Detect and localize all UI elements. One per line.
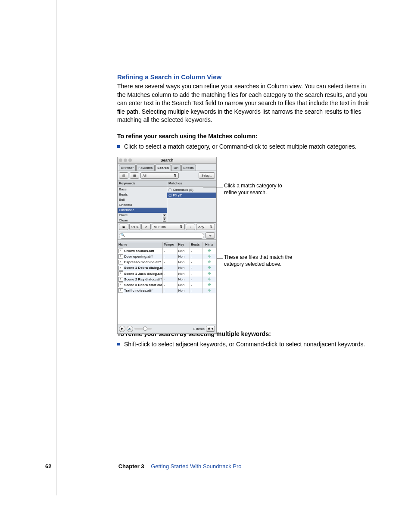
keyword-item[interactable]: Beats xyxy=(118,192,167,197)
filter-toggle-button[interactable]: ▣ xyxy=(119,224,128,230)
tab-browser[interactable]: Browser xyxy=(119,165,136,171)
view-column-button[interactable]: ▥ xyxy=(119,172,128,179)
results-header-cell[interactable]: Key xyxy=(177,242,190,248)
match-item[interactable]: ▢ Cinematic (8) xyxy=(167,187,216,193)
match-icon: ▢ xyxy=(168,193,173,197)
any-dropdown[interactable]: Any⇅ xyxy=(196,224,215,230)
tab-bin[interactable]: Bin xyxy=(171,165,181,171)
file-icon xyxy=(118,283,123,287)
play-button[interactable]: ▶ xyxy=(119,326,125,332)
page-number: 62 xyxy=(45,463,117,470)
cell-beats: - xyxy=(190,288,202,293)
results-row[interactable]: Crowd sounds.aiff-Non-❉ xyxy=(118,248,216,254)
loop-toggle-button[interactable]: ⟳ xyxy=(141,224,151,230)
content-area: Refining a Search in Column View There a… xyxy=(117,72,371,355)
cell-beats: - xyxy=(190,277,202,282)
results-header-cell[interactable]: Hints xyxy=(202,242,216,248)
cell-hints: ❉ xyxy=(202,277,216,282)
category-dropdown[interactable]: All ⇅ xyxy=(140,172,179,179)
file-name: Scene 1 Jack dialog.aiff xyxy=(124,271,163,276)
file-name: Scene 1 Debra dialog.aiff xyxy=(124,265,163,270)
cell-hints: ❉ xyxy=(202,259,216,265)
volume-slider[interactable] xyxy=(134,328,152,330)
action-menu-button[interactable]: ✽ ▾ xyxy=(206,326,215,332)
cell-key: Non xyxy=(177,288,190,293)
view-button-button[interactable]: ▦ xyxy=(130,172,139,179)
cell-tempo: - xyxy=(163,282,177,288)
cell-beats: - xyxy=(190,254,202,259)
matches-list[interactable]: ▢ Cinematic (8)▢ FX (8) xyxy=(167,187,216,223)
file-name: Espresso machine.aiff xyxy=(124,260,161,264)
cell-key: Non xyxy=(177,282,190,288)
chapter-title: Getting Started With Soundtrack Pro xyxy=(151,463,241,470)
keyword-item[interactable]: Clave xyxy=(118,213,167,218)
section-heading: Refining a Search in Column View xyxy=(117,72,371,81)
cell-tempo: - xyxy=(163,271,177,277)
keyword-item[interactable]: Bell xyxy=(118,197,167,202)
bullet-list-2: Shift-click to select adjacent keywords,… xyxy=(117,340,371,349)
results-row[interactable]: Traffic noises.aiff-Non-❉ xyxy=(118,288,216,293)
annotation-leader-line xyxy=(217,258,223,258)
speaker-button[interactable]: 🔈 xyxy=(127,326,133,332)
match-item[interactable]: ▢ FX (8) xyxy=(167,193,216,198)
time-sig-select[interactable]: 4/4 ⇅ xyxy=(129,224,140,230)
scale-button[interactable]: ♭ xyxy=(186,224,195,230)
window-titlebar: Search xyxy=(118,157,216,164)
time-sig-label: 4/4 xyxy=(131,225,135,229)
file-icon xyxy=(118,271,123,276)
search-go-button[interactable]: ➔ xyxy=(206,232,215,239)
hint-icon: ❉ xyxy=(208,254,211,258)
results-header-cell[interactable]: Name xyxy=(118,242,163,248)
search-input[interactable] xyxy=(119,233,204,239)
file-filter-label: All Files xyxy=(154,224,166,229)
hint-icon: ❉ xyxy=(208,260,211,264)
results-row[interactable]: Scene 3 Debra start dialog.aiff-Non-❉ xyxy=(118,282,216,288)
match-label: FX (8) xyxy=(173,193,182,197)
page-footer: 62 Chapter 3 Getting Started With Soundt… xyxy=(45,463,373,470)
annotation-1: Click a match category to refine your se… xyxy=(224,182,293,196)
results-header-cell[interactable]: Tempo xyxy=(163,242,177,248)
results-row[interactable]: Scene 1 Jack dialog.aiff-Non-❉ xyxy=(118,271,216,277)
scroll-arrows[interactable]: ▲▼ xyxy=(163,214,166,222)
annotation-2: These are files that match the category … xyxy=(224,254,293,268)
search-row: ➔ xyxy=(118,231,216,240)
keyword-item[interactable]: Cinematic xyxy=(118,208,167,213)
cell-hints: ❉ xyxy=(202,271,216,277)
results-row[interactable]: Door opening.aiff-Non-❉ xyxy=(118,254,216,259)
left-margin-rule xyxy=(56,0,56,495)
cell-key: Non xyxy=(177,271,190,277)
cell-tempo: - xyxy=(163,277,177,282)
cell-tempo: - xyxy=(163,259,177,265)
cell-key: Non xyxy=(177,259,190,265)
keyword-item[interactable]: Bass xyxy=(118,187,167,192)
results-row[interactable]: Scene 2 Ray dialog.aiff-Non-❉ xyxy=(118,277,216,282)
file-icon xyxy=(118,288,123,293)
keywords-list[interactable]: BassBeatsBellCheerfulCinematicClaveClean… xyxy=(118,187,167,223)
results-row[interactable]: Scene 1 Debra dialog.aiff-Non-❉ xyxy=(118,265,216,271)
cell-hints: ❉ xyxy=(202,254,216,259)
hint-icon: ❉ xyxy=(208,288,211,292)
keywords-header: Keywords xyxy=(118,180,167,187)
file-icon xyxy=(118,249,123,253)
keyword-item[interactable]: Clean xyxy=(118,218,167,223)
file-filter-dropdown[interactable]: All Files⇅ xyxy=(152,224,185,230)
hint-icon: ❉ xyxy=(208,265,211,270)
cell-key: Non xyxy=(177,248,190,254)
keyword-item[interactable]: Cheerful xyxy=(118,202,167,208)
cell-beats: - xyxy=(190,248,202,254)
results-row[interactable]: Espresso machine.aiff-Non-❉ xyxy=(118,259,216,265)
category-dropdown-label: All xyxy=(143,173,146,178)
cell-tempo: - xyxy=(163,254,177,259)
match-label: Cinematic (8) xyxy=(173,188,193,192)
file-name: Scene 3 Debra start dialog.aiff xyxy=(124,283,163,287)
results-header-cell[interactable]: Beats xyxy=(190,242,202,248)
tab-favorites[interactable]: Favorites xyxy=(136,165,155,171)
tab-effects[interactable]: Effects xyxy=(181,165,196,171)
chapter-label: Chapter 3 xyxy=(118,463,144,470)
results-header: NameTempoKeyBeatsHints xyxy=(118,242,216,248)
setup-button[interactable]: Setup... xyxy=(199,172,215,179)
results-list[interactable]: Crowd sounds.aiff-Non-❉Door opening.aiff… xyxy=(118,248,216,324)
cell-hints: ❉ xyxy=(202,282,216,288)
file-icon xyxy=(118,277,123,282)
tab-search[interactable]: Search xyxy=(155,165,171,171)
